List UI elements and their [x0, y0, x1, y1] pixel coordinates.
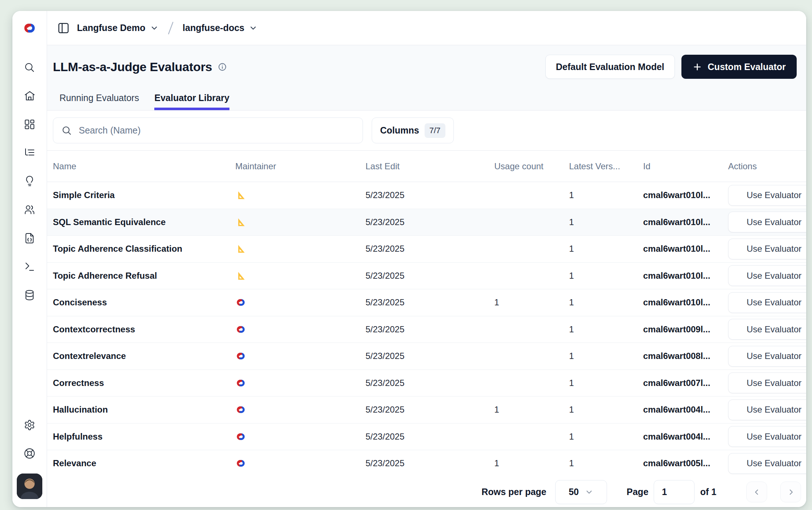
next-page-button[interactable]: [780, 482, 801, 502]
table-row[interactable]: Topic Adherence Refusal 5/23/2025 1 cmal…: [47, 263, 806, 290]
org-switcher[interactable]: Langfuse Demo: [77, 23, 159, 33]
maintainer-cell: [229, 404, 360, 415]
previous-page-button[interactable]: [746, 482, 767, 502]
columns-button[interactable]: Columns 7/7: [372, 117, 454, 143]
use-evaluator-button[interactable]: Use Evaluator: [728, 399, 806, 420]
custom-evaluator-button[interactable]: Custom Evaluator: [681, 55, 797, 79]
table-row[interactable]: Correctness 5/23/2025 1 cmal6wart007l...…: [47, 370, 806, 397]
latest-version-cell: 1: [563, 458, 637, 468]
sidebar-item-datasets[interactable]: [12, 281, 47, 309]
panel-toggle-icon[interactable]: [57, 22, 70, 34]
table-row[interactable]: Contextrelevance 5/23/2025 1 cmal6wart00…: [47, 343, 806, 370]
table-row[interactable]: Simple Criteria 5/23/2025 1 cmal6wart010…: [47, 182, 806, 209]
ragas-icon: [235, 270, 246, 281]
column-header-maintainer[interactable]: Maintainer: [229, 161, 360, 171]
page-label: Page: [627, 487, 649, 497]
use-evaluator-button[interactable]: Use Evaluator: [728, 319, 806, 340]
evaluator-name: Topic Adherence Classification: [47, 244, 229, 254]
id-cell: cmal6wart008l...: [637, 351, 722, 361]
use-evaluator-button[interactable]: Use Evaluator: [728, 292, 806, 313]
sidebar-item-playground[interactable]: [12, 224, 47, 252]
use-evaluator-button[interactable]: Use Evaluator: [728, 212, 806, 232]
sidebar-item-tracing[interactable]: [12, 139, 47, 167]
use-evaluator-button[interactable]: Use Evaluator: [728, 185, 806, 206]
chevron-down-icon: [150, 24, 159, 32]
table-row[interactable]: Topic Adherence Classification 5/23/2025…: [47, 236, 806, 263]
actions-cell: Use Evaluator: [722, 239, 806, 259]
terminal-icon: [24, 261, 36, 273]
table-row[interactable]: Hallucination 5/23/2025 1 1 cmal6wart004…: [47, 397, 806, 424]
sidebar-item-terminal[interactable]: [12, 252, 47, 281]
page-number-input[interactable]: [654, 480, 695, 504]
sidebar-item-search[interactable]: [12, 53, 47, 82]
actions-cell: Use Evaluator: [722, 319, 806, 340]
app-window: Langfuse Demo langfuse-docs LLM-as-a-Jud…: [12, 11, 806, 507]
id-cell: cmal6wart005l...: [637, 458, 722, 468]
use-evaluator-button[interactable]: Use Evaluator: [728, 239, 806, 259]
column-header-usage-count[interactable]: Usage count: [488, 161, 563, 171]
search-icon: [61, 125, 72, 136]
search-input[interactable]: [79, 125, 355, 136]
sidebar-item-home[interactable]: [12, 82, 47, 110]
info-icon[interactable]: [218, 62, 227, 72]
chevron-down-icon: [585, 488, 593, 497]
last-edit-cell: 5/23/2025: [360, 190, 488, 200]
latest-version-cell: 1: [563, 432, 637, 442]
use-evaluator-button[interactable]: Use Evaluator: [728, 372, 806, 393]
table-row[interactable]: SQL Semantic Equivalence 5/23/2025 1 cma…: [47, 209, 806, 236]
table-row[interactable]: Contextcorrectness 5/23/2025 1 cmal6wart…: [47, 316, 806, 343]
users-icon: [24, 204, 36, 216]
langfuse-icon: [235, 324, 246, 335]
evaluator-name: Relevance: [47, 458, 229, 468]
sidebar-item-evaluation[interactable]: [12, 167, 47, 196]
usage-count-cell: 1: [488, 297, 563, 308]
id-cell: cmal6wart010l...: [637, 271, 722, 281]
list-tree-icon: [24, 147, 36, 159]
id-cell: cmal6wart010l...: [637, 244, 722, 254]
usage-count-cell: 1: [488, 458, 563, 468]
page-title: LLM-as-a-Judge Evaluators: [53, 60, 212, 74]
maintainer-cell: [229, 270, 360, 281]
latest-version-cell: 1: [563, 271, 637, 281]
use-evaluator-button[interactable]: Use Evaluator: [728, 426, 806, 447]
langfuse-icon: [235, 431, 246, 442]
sidebar-item-settings[interactable]: [12, 411, 47, 439]
use-evaluator-button[interactable]: Use Evaluator: [728, 346, 806, 367]
column-header-last-edit[interactable]: Last Edit: [360, 161, 488, 171]
last-edit-cell: 5/23/2025: [360, 351, 488, 361]
evaluator-name: Topic Adherence Refusal: [47, 271, 229, 281]
column-header-name[interactable]: Name: [47, 161, 229, 171]
table-row[interactable]: Relevance 5/23/2025 1 1 cmal6wart005l...…: [47, 450, 806, 477]
table-row[interactable]: Helpfulness 5/23/2025 1 cmal6wart004l...…: [47, 424, 806, 451]
latest-version-cell: 1: [563, 297, 637, 308]
chevron-down-icon: [249, 24, 258, 32]
project-switcher[interactable]: langfuse-docs: [183, 23, 258, 33]
tab-evaluator-library[interactable]: Evaluator Library: [154, 92, 229, 110]
rows-per-page-select[interactable]: 50: [555, 480, 607, 504]
sidebar-item-support[interactable]: [12, 439, 47, 468]
breadcrumb-slash-icon: [166, 21, 175, 35]
column-header-id[interactable]: Id: [637, 161, 722, 171]
sidebar-item-users[interactable]: [12, 196, 47, 224]
sidebar-nav: [12, 45, 47, 309]
ragas-icon: [235, 243, 246, 254]
lightbulb-icon: [24, 175, 36, 188]
maintainer-cell: [229, 431, 360, 442]
column-header-latest-version[interactable]: Latest Vers...: [563, 161, 637, 171]
maintainer-cell: [229, 190, 360, 201]
evaluator-name: Contextrelevance: [47, 351, 229, 361]
id-cell: cmal6wart004l...: [637, 405, 722, 415]
chevron-right-icon: [786, 488, 795, 497]
tab-running-evaluators[interactable]: Running Evaluators: [59, 92, 139, 110]
latest-version-cell: 1: [563, 190, 637, 200]
user-avatar[interactable]: [17, 474, 42, 499]
actions-cell: Use Evaluator: [722, 453, 806, 474]
id-cell: cmal6wart009l...: [637, 324, 722, 335]
table-row[interactable]: Conciseness 5/23/2025 1 1 cmal6wart010l.…: [47, 289, 806, 316]
sidebar-item-dashboard[interactable]: [12, 110, 47, 139]
actions-cell: Use Evaluator: [722, 185, 806, 206]
use-evaluator-button[interactable]: Use Evaluator: [728, 265, 806, 286]
langfuse-logo-icon[interactable]: [12, 11, 47, 45]
default-evaluation-model-button[interactable]: Default Evaluation Model: [545, 55, 675, 79]
use-evaluator-button[interactable]: Use Evaluator: [728, 453, 806, 474]
